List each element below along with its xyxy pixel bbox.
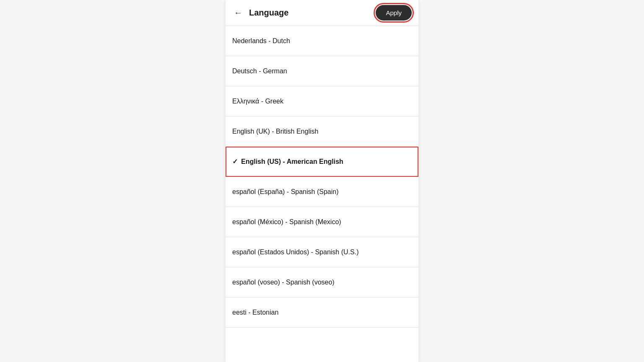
language-item-en-gb[interactable]: English (UK) - British English	[226, 116, 418, 147]
page-title: Language	[249, 8, 288, 18]
language-label: English (US) - American English	[241, 158, 343, 165]
language-item-nl[interactable]: Nederlands - Dutch	[226, 26, 418, 56]
language-item-es-mx[interactable]: español (México) - Spanish (Mexico)	[226, 207, 418, 237]
language-label: español (México) - Spanish (Mexico)	[232, 218, 341, 226]
language-item-en-us[interactable]: ✓English (US) - American English	[226, 147, 418, 177]
language-label: Ελληνικά - Greek	[232, 98, 283, 105]
language-label: English (UK) - British English	[232, 128, 318, 135]
apply-button[interactable]: Apply	[376, 5, 412, 21]
language-label: español (Estados Unidos) - Spanish (U.S.…	[232, 248, 358, 256]
checkmark-icon: ✓	[232, 158, 238, 165]
language-label: español (voseo) - Spanish (voseo)	[232, 279, 335, 286]
language-item-es-us[interactable]: español (Estados Unidos) - Spanish (U.S.…	[226, 237, 418, 267]
back-button[interactable]: ←	[232, 6, 244, 19]
language-item-es-vo[interactable]: español (voseo) - Spanish (voseo)	[226, 267, 418, 297]
language-label: eesti - Estonian	[232, 309, 278, 316]
language-item-el[interactable]: Ελληνικά - Greek	[226, 86, 418, 116]
language-label: Deutsch - German	[232, 67, 287, 75]
language-list: Nederlands - DutchDeutsch - GermanΕλληνι…	[226, 26, 418, 362]
language-item-et[interactable]: eesti - Estonian	[226, 297, 418, 328]
language-label: español (España) - Spanish (Spain)	[232, 188, 338, 196]
language-label: Nederlands - Dutch	[232, 37, 290, 45]
language-header: ← Language Apply	[226, 0, 418, 26]
language-item-es-es[interactable]: español (España) - Spanish (Spain)	[226, 177, 418, 207]
language-item-de[interactable]: Deutsch - German	[226, 56, 418, 86]
